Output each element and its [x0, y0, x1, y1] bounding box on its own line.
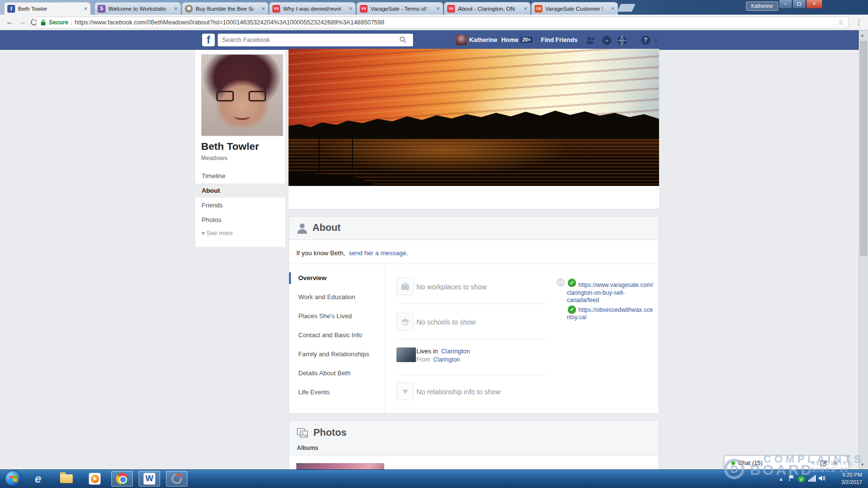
- profile-picture[interactable]: [201, 54, 283, 136]
- scrollbar-thumb[interactable]: [860, 41, 867, 256]
- tray-show-hidden-icon[interactable]: ▴: [780, 476, 783, 482]
- chrome-menu-icon[interactable]: ⋮: [855, 18, 863, 27]
- about-nav-family-relationships[interactable]: Family and Relationships: [289, 348, 383, 360]
- scrollbar[interactable]: ▴ ▾: [859, 30, 868, 469]
- browser-tab-beth-towler[interactable]: f Beth Towler ×: [4, 2, 91, 15]
- tab-close-icon[interactable]: ×: [174, 5, 178, 12]
- tab-close-icon[interactable]: ×: [83, 5, 87, 12]
- url-box[interactable]: Secure https://www.facebook.com/0BethMea…: [36, 17, 848, 28]
- home-link[interactable]: Home: [501, 37, 518, 43]
- sidebar-see-more[interactable]: ▾ See more: [195, 226, 285, 241]
- scrollbar-up-icon[interactable]: ▴: [861, 32, 864, 38]
- chat-settings-gear-icon[interactable]: [832, 460, 839, 468]
- taskbar-media-player[interactable]: [84, 471, 105, 487]
- chat-bar[interactable]: Chat (15): [724, 455, 849, 469]
- website-link-varagesale[interactable]: https://www.varagesale.com/clarington-on…: [567, 282, 654, 305]
- new-message-icon[interactable]: [820, 460, 827, 468]
- browser-tab-terms[interactable]: VS VarageSale - Terms of S ×: [356, 2, 443, 15]
- friend-requests-icon[interactable]: [585, 35, 596, 46]
- avatar[interactable]: [456, 35, 467, 45]
- send-message-link[interactable]: send her a message: [349, 249, 406, 257]
- search-icon[interactable]: [399, 36, 407, 44]
- secure-label: Secure: [49, 19, 68, 26]
- taskbar-app[interactable]: [166, 471, 187, 487]
- glasses-left: [216, 91, 234, 102]
- taskbar-clock[interactable]: 9:20 PM 3/2/2017: [827, 471, 862, 486]
- website-link-scentsy[interactable]: https://obsessedwithwax.scentsy.ca/: [567, 306, 654, 322]
- about-nav-life-events[interactable]: Life Events: [289, 386, 383, 398]
- taskbar-file-explorer[interactable]: [56, 471, 77, 487]
- tray-volume-icon[interactable]: [818, 475, 826, 484]
- sidebar-item-friends[interactable]: Friends: [195, 198, 285, 212]
- taskbar-chrome[interactable]: [111, 471, 133, 487]
- taskbar-internet-explorer[interactable]: e: [27, 471, 49, 487]
- no-schools-text: No schools to show: [416, 318, 475, 326]
- url-text[interactable]: https://www.facebook.com/0BethMeadows0/a…: [75, 19, 835, 26]
- tray-update-icon[interactable]: ✓: [798, 475, 805, 483]
- about-card-title: About: [312, 222, 341, 233]
- see-more-label: See more: [207, 230, 233, 237]
- lives-in-row: Lives in Clarington: [416, 347, 470, 355]
- lives-city-link[interactable]: Clarington: [441, 347, 470, 355]
- find-friends-link[interactable]: Find Friends: [541, 37, 578, 43]
- row-divider: [396, 375, 546, 375]
- about-nav-places-lived[interactable]: Places She's Lived: [289, 310, 383, 322]
- account-menu-caret-icon[interactable]: ▾: [655, 37, 658, 43]
- dock-post: [352, 124, 353, 172]
- tab-close-icon[interactable]: ×: [349, 5, 352, 12]
- sidebar-item-photos[interactable]: Photos: [195, 213, 285, 227]
- forward-icon[interactable]: →: [19, 18, 26, 26]
- about-nav-contact-basic[interactable]: Contact and Basic Info: [289, 329, 383, 341]
- sidebar-item-timeline[interactable]: Timeline: [195, 169, 285, 183]
- bookmark-star-icon[interactable]: ☆: [838, 19, 844, 26]
- window-close-button[interactable]: ×: [806, 0, 823, 9]
- browser-tab-clarington[interactable]: VS About - Clarington, ON E ×: [444, 2, 531, 15]
- tab-close-icon[interactable]: ×: [436, 5, 440, 12]
- tray-network-icon[interactable]: [808, 475, 816, 482]
- browser-tab-denied[interactable]: VS Why I was denied/revok ×: [269, 2, 356, 15]
- about-nav-work-education[interactable]: Work and Education: [289, 291, 383, 303]
- tab-close-icon[interactable]: ×: [523, 5, 527, 12]
- about-nav-details[interactable]: Details About Beth: [289, 367, 383, 379]
- sidebar-item-about[interactable]: About: [195, 183, 285, 198]
- place-thumbnail[interactable]: [396, 347, 416, 362]
- browser-tab-workstation[interactable]: S Welcome to Workstation ×: [94, 2, 181, 15]
- tab-close-icon[interactable]: ×: [611, 5, 615, 12]
- facebook-logo[interactable]: f: [202, 34, 215, 46]
- back-icon[interactable]: ←: [6, 18, 14, 26]
- tray-flag-icon[interactable]: [788, 475, 795, 484]
- heart-icon-box: ♥: [396, 383, 414, 400]
- chat-label[interactable]: Chat (15): [738, 460, 763, 467]
- new-tab-button[interactable]: [617, 4, 635, 12]
- clock-date: 3/2/2017: [827, 479, 862, 486]
- person-icon: [297, 223, 308, 236]
- browser-tab-customer-service[interactable]: CB VarageSale Customer Se ×: [531, 2, 618, 15]
- taskbar-word[interactable]: W: [139, 471, 160, 487]
- messenger-icon[interactable]: [601, 35, 612, 46]
- photos-card-title: Photos: [313, 427, 347, 438]
- bee-favicon: [185, 5, 193, 13]
- scrollbar-down-icon[interactable]: ▾: [861, 462, 864, 467]
- chrome-profile-button[interactable]: Katherine: [746, 1, 778, 11]
- browser-tab-bumble-bee[interactable]: Buy Bumble the Bee Sce ×: [182, 2, 269, 15]
- notifications-globe-icon[interactable]: [617, 35, 627, 46]
- from-city-link[interactable]: Clarington: [433, 356, 460, 363]
- tab-close-icon[interactable]: ×: [261, 5, 265, 12]
- cover-photo[interactable]: [289, 49, 659, 186]
- about-card-header: About: [289, 217, 659, 240]
- window-maximize-button[interactable]: [792, 0, 806, 9]
- window-minimize-button[interactable]: –: [779, 0, 792, 9]
- internet-explorer-icon: e: [35, 472, 41, 486]
- help-icon[interactable]: ?: [641, 36, 650, 45]
- glasses-right: [248, 91, 266, 102]
- facebook-header: f Katherine Home 20+ Find Friends ? ▾: [0, 30, 868, 50]
- start-button[interactable]: [5, 470, 21, 487]
- profile-link[interactable]: Katherine: [469, 37, 497, 43]
- search-input[interactable]: [218, 34, 413, 46]
- websites-globe-icon: [557, 278, 565, 288]
- heart-icon: ♥: [403, 386, 408, 397]
- complaintsboard-favicon: CB: [535, 5, 542, 13]
- albums-label[interactable]: Albums: [297, 445, 318, 451]
- photos-icon: [297, 428, 309, 441]
- about-nav-overview[interactable]: Overview: [289, 272, 383, 284]
